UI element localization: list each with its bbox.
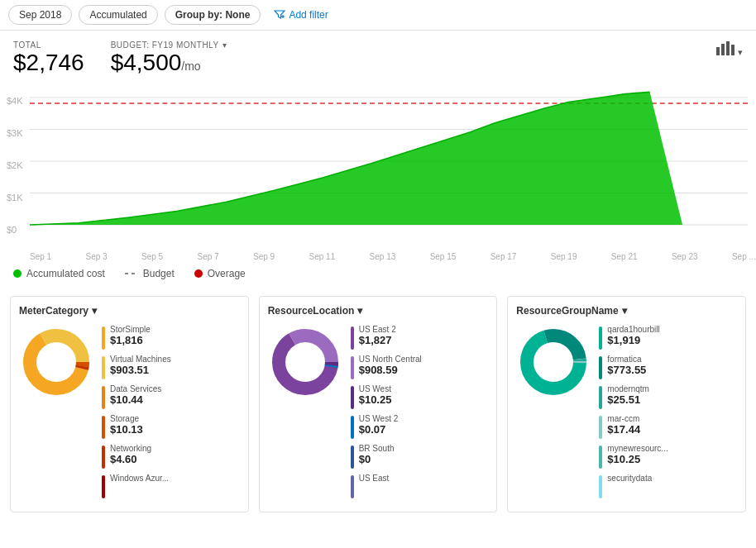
area-chart-fill xyxy=(30,92,682,225)
date-button[interactable]: Sep 2018 xyxy=(8,5,72,25)
summary-area: TOTAL $2,746 BUDGET: FY19 MONTHLY ▾ $4,5… xyxy=(0,31,756,79)
list-item: US West 2 $0.07 xyxy=(351,414,489,439)
svg-rect-4 xyxy=(726,41,730,55)
color-bar xyxy=(351,356,354,379)
legend-text: formatica $773.55 xyxy=(607,355,646,376)
y-label-2k: $2K xyxy=(7,160,23,170)
color-bar xyxy=(102,356,105,379)
legend-text: Storage $10.13 xyxy=(110,414,143,436)
chart-type-icon[interactable]: ▾ xyxy=(716,41,743,59)
x-label-sep-end: Sep ... xyxy=(732,252,756,261)
legend-text: securitydata xyxy=(607,474,652,483)
add-filter-label: Add filter xyxy=(289,9,328,21)
svg-rect-5 xyxy=(731,45,734,55)
y-label-0: $0 xyxy=(7,225,23,235)
legend-budget-label: Budget xyxy=(143,268,175,279)
x-label-sep21: Sep 21 xyxy=(611,252,638,261)
list-item: mar-ccm $17.44 xyxy=(599,414,737,439)
meter-category-legend-list: StorSimple $1,816 Virtual Machines $903.… xyxy=(102,325,240,503)
y-axis-labels: $4K $3K $2K $1K $0 xyxy=(7,96,23,235)
color-bar xyxy=(351,386,354,409)
legend-text: US North Central $908.59 xyxy=(359,355,422,376)
y-label-4k: $4K xyxy=(7,96,23,106)
x-label-sep19: Sep 19 xyxy=(551,252,577,261)
x-label-sep11: Sep 11 xyxy=(309,252,336,261)
list-item: modernqtm $25.51 xyxy=(599,384,737,409)
color-bar xyxy=(351,475,354,498)
budget-line-legend xyxy=(125,273,138,274)
total-amount: $2,746 xyxy=(13,50,84,76)
color-bar xyxy=(102,475,105,498)
legend-text: US East xyxy=(359,474,390,483)
budget-label-text: BUDGET: FY19 MONTHLY xyxy=(111,41,219,50)
svg-point-20 xyxy=(289,345,322,379)
budget-block: BUDGET: FY19 MONTHLY ▾ $4,500/mo xyxy=(111,41,227,76)
meter-category-chevron: ▾ xyxy=(92,305,97,317)
color-bar xyxy=(599,326,602,350)
legend-text: Virtual Machines $903.51 xyxy=(110,355,171,376)
chart-legend: Accumulated cost Budget Overage xyxy=(0,261,756,289)
panels-row: MeterCategory ▾ StorSimple xyxy=(0,289,756,519)
list-item: formatica $773.55 xyxy=(599,355,737,379)
color-bar xyxy=(102,416,105,439)
resource-location-title[interactable]: ResourceLocation ▾ xyxy=(268,305,489,317)
svg-rect-2 xyxy=(716,47,720,55)
color-bar xyxy=(599,356,602,379)
legend-text: qarda1hourbill $1,919 xyxy=(607,325,659,346)
legend-text: US West $10.25 xyxy=(359,384,392,406)
list-item: mynewresourc... $10.25 xyxy=(599,444,737,469)
legend-text: StorSimple $1,816 xyxy=(110,325,151,346)
list-item: Networking $4.60 xyxy=(102,444,240,469)
list-item: US North Central $908.59 xyxy=(351,355,489,379)
meter-category-label: MeterCategory xyxy=(19,305,89,317)
accumulated-dot xyxy=(13,269,22,278)
legend-text: US East 2 $1,827 xyxy=(359,325,396,346)
add-filter-button[interactable]: Add filter xyxy=(267,6,334,24)
x-axis-labels: Sep 1 Sep 3 Sep 5 Sep 7 Sep 9 Sep 11 Sep… xyxy=(30,252,756,261)
meter-category-title[interactable]: MeterCategory ▾ xyxy=(19,305,240,317)
color-bar xyxy=(102,326,105,350)
legend-text: Networking $4.60 xyxy=(110,444,151,465)
color-bar xyxy=(599,475,602,498)
x-label-sep23: Sep 23 xyxy=(672,252,698,261)
total-label: TOTAL xyxy=(13,41,84,50)
group-by-button[interactable]: Group by: None xyxy=(165,5,261,25)
x-label-sep17: Sep 17 xyxy=(490,252,517,261)
resource-location-panel: ResourceLocation ▾ US East 2 $1,827 xyxy=(259,296,498,512)
resource-group-legend-list: qarda1hourbill $1,919 formatica $773.55 … xyxy=(599,325,737,503)
list-item: BR South $0 xyxy=(351,444,489,469)
color-bar xyxy=(102,386,105,409)
svg-rect-3 xyxy=(721,44,725,55)
accumulated-button[interactable]: Accumulated xyxy=(79,5,157,25)
legend-accumulated-label: Accumulated cost xyxy=(26,268,105,279)
x-label-sep1: Sep 1 xyxy=(30,252,51,261)
resource-group-title[interactable]: ResourceGroupName ▾ xyxy=(516,305,737,317)
y-label-1k: $1K xyxy=(7,193,23,203)
y-label-3k: $3K xyxy=(7,128,23,138)
list-item: Data Services $10.44 xyxy=(102,384,240,409)
resource-group-donut xyxy=(516,325,591,402)
x-label-sep7: Sep 7 xyxy=(198,252,219,261)
list-item: Storage $10.13 xyxy=(102,414,240,439)
list-item: StorSimple $1,816 xyxy=(102,325,240,350)
x-label-sep3: Sep 3 xyxy=(86,252,108,261)
budget-amount: $4,500/mo xyxy=(111,50,227,76)
list-item: Windows Azur... xyxy=(102,474,240,498)
list-item: qarda1hourbill $1,919 xyxy=(599,325,737,350)
meter-category-donut xyxy=(19,325,93,402)
legend-text: Data Services $10.44 xyxy=(110,384,161,406)
color-bar xyxy=(102,446,105,469)
svg-point-25 xyxy=(537,345,570,379)
color-bar xyxy=(599,386,602,409)
legend-text: mynewresourc... $10.25 xyxy=(607,444,667,465)
resource-location-chevron: ▾ xyxy=(357,305,362,317)
legend-overage-label: Overage xyxy=(208,268,246,279)
total-block: TOTAL $2,746 xyxy=(13,41,84,76)
list-item: securitydata xyxy=(599,474,737,498)
legend-text: US West 2 $0.07 xyxy=(359,414,399,436)
color-bar xyxy=(599,446,602,469)
list-item: US East xyxy=(351,474,489,498)
resource-location-content: US East 2 $1,827 US North Central $908.5… xyxy=(268,325,489,503)
x-label-sep5: Sep 5 xyxy=(141,252,163,261)
chevron-down-icon[interactable]: ▾ xyxy=(222,41,227,50)
